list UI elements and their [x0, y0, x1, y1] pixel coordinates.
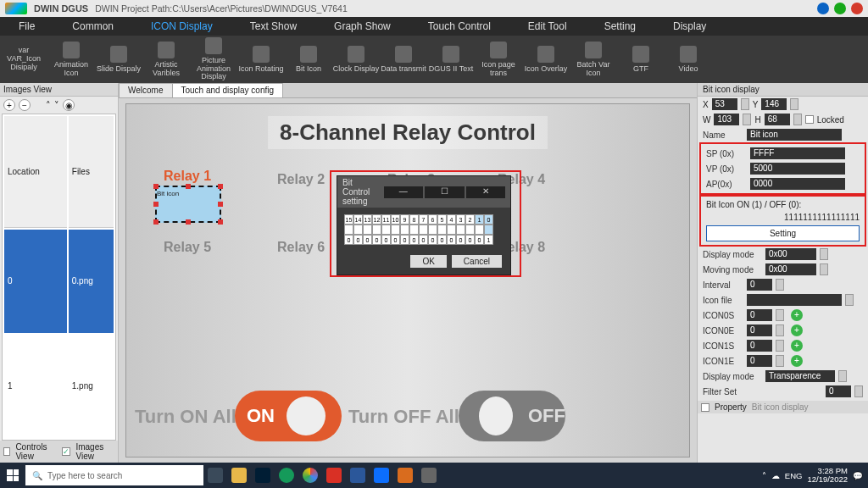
ribbon-icon-page-trans[interactable]: Icon page trans — [475, 36, 522, 83]
ap-input[interactable]: 0000 — [750, 178, 845, 190]
bit-toggle[interactable] — [363, 225, 372, 235]
icon1e-input[interactable]: 0 — [747, 355, 772, 367]
bit-toggle[interactable] — [456, 225, 465, 235]
bit-toggle[interactable] — [419, 225, 428, 235]
selected-element[interactable]: Bit icon — [155, 186, 221, 223]
down-icon[interactable]: ˅ — [54, 100, 59, 111]
dropdown-icon[interactable] — [820, 248, 828, 260]
stepper[interactable] — [776, 324, 784, 336]
stepper[interactable] — [854, 385, 863, 397]
bit-toggle[interactable] — [353, 225, 363, 235]
stepper[interactable] — [776, 340, 784, 352]
icon0s-input[interactable]: 0 — [747, 309, 772, 321]
task-view-icon[interactable] — [204, 465, 226, 485]
sp-input[interactable]: FFFF — [750, 147, 845, 159]
ribbon-icon-rotating[interactable]: Icon Rotating — [237, 36, 285, 83]
ok-button[interactable]: OK — [410, 255, 446, 268]
icon1s-input[interactable]: 0 — [747, 340, 772, 352]
ribbon-icon-overlay[interactable]: Icon Overlay — [522, 36, 570, 83]
notification-icon[interactable]: 💬 — [853, 471, 863, 480]
design-canvas[interactable]: 8-Channel Relay Control Relay 1 Relay 2 … — [125, 103, 690, 458]
ribbon-animation-icon[interactable]: Animation Icon — [47, 36, 95, 83]
word-icon[interactable] — [347, 465, 369, 485]
menu-file[interactable]: File — [0, 20, 53, 32]
mail-icon[interactable] — [323, 465, 345, 485]
ribbon-video[interactable]: Video — [665, 36, 712, 83]
cancel-button[interactable]: Cancel — [452, 255, 502, 268]
menu-touch-control[interactable]: Touch Control — [409, 20, 509, 32]
menu-icon-display[interactable]: ICON Display — [132, 20, 231, 32]
minimize-icon[interactable]: — — [384, 186, 424, 198]
bit-toggle[interactable] — [475, 225, 484, 235]
bit-toggle[interactable] — [344, 225, 353, 235]
max-button[interactable] — [834, 3, 846, 14]
property-tab-check[interactable] — [701, 403, 709, 412]
stepper[interactable] — [776, 279, 784, 291]
bit-toggle[interactable] — [465, 225, 475, 235]
ribbon-data-transmit[interactable]: Data transmit — [380, 36, 427, 83]
explorer-icon[interactable] — [228, 465, 250, 485]
stepper[interactable] — [793, 114, 802, 125]
start-button[interactable] — [0, 463, 25, 488]
dropdown-icon[interactable] — [820, 263, 828, 275]
bit-toggle[interactable] — [484, 225, 493, 235]
dwin-icon[interactable] — [418, 465, 440, 485]
stepper[interactable] — [743, 114, 751, 125]
icon0e-input[interactable]: 0 — [747, 324, 772, 336]
menu-text-show[interactable]: Text Show — [231, 20, 315, 32]
bit-toggle[interactable] — [447, 225, 456, 235]
tray-lang[interactable]: ENG — [785, 471, 803, 480]
close-icon[interactable]: ✕ — [466, 186, 506, 198]
maximize-icon[interactable]: ☐ — [425, 186, 465, 198]
ribbon-slide-dispaly[interactable]: Slide Dispaly — [95, 36, 142, 83]
ribbon-clock-display[interactable]: Clock Display — [332, 36, 380, 83]
chrome-icon[interactable] — [299, 465, 321, 485]
tray-up-icon[interactable]: ˄ — [762, 471, 766, 480]
add-image-button[interactable]: + — [3, 99, 15, 111]
interval-input[interactable]: 0 — [747, 279, 772, 291]
display-mode-input[interactable]: 0x00 — [765, 248, 816, 260]
dropdown-icon[interactable] — [845, 294, 854, 306]
bit-control-dialog[interactable]: Bit Control setting — ☐ ✕ 15141312111098… — [337, 175, 511, 275]
ribbon-batch-var-icon[interactable]: Batch Var Icon — [570, 36, 617, 83]
ribbon-var_icon-disipaly[interactable]: varVAR_Icon Disipaly — [0, 36, 47, 83]
add-icon[interactable]: + — [791, 340, 803, 352]
bit-toggle[interactable] — [400, 225, 409, 235]
stepper[interactable] — [741, 98, 749, 110]
bit-icon-tab[interactable]: Bit icon display — [752, 402, 809, 412]
tab-welcome[interactable]: Welcome — [119, 83, 173, 97]
ribbon-picture-animation-display[interactable]: Picture Animation Display — [190, 36, 237, 83]
bit-toggle[interactable] — [409, 225, 419, 235]
ribbon-dgus-ii-text[interactable]: DGUS II Text — [427, 36, 475, 83]
setting-button[interactable]: Setting — [706, 225, 860, 241]
x-input[interactable]: 53 — [712, 98, 737, 110]
ribbon-artistic-varibles[interactable]: Artistic Varibles — [142, 36, 190, 83]
add-icon[interactable]: + — [791, 355, 803, 367]
w-input[interactable]: 103 — [714, 114, 739, 125]
store-icon[interactable] — [370, 465, 392, 485]
controls-view-check[interactable] — [3, 447, 10, 456]
stepper[interactable] — [790, 98, 798, 110]
menu-display[interactable]: Display — [654, 20, 725, 32]
taskbar-clock[interactable]: 3:28 PM 12/19/2022 — [807, 467, 848, 485]
menu-edit-tool[interactable]: Edit Tool — [509, 20, 586, 32]
bit-toggle[interactable] — [372, 225, 381, 235]
remove-image-button[interactable]: − — [19, 99, 31, 111]
eye-icon[interactable]: ◉ — [63, 99, 75, 111]
bit-toggle[interactable] — [391, 225, 400, 235]
min-button[interactable] — [817, 3, 829, 14]
close-button[interactable] — [851, 3, 863, 14]
images-view-check[interactable] — [62, 447, 70, 456]
h-input[interactable]: 68 — [765, 114, 790, 125]
image-list[interactable]: LocationFiles 00.png 11.png — [2, 114, 116, 441]
ribbon-gtf[interactable]: GTF — [617, 36, 665, 83]
app-icon[interactable] — [394, 465, 416, 485]
up-icon[interactable]: ˄ — [46, 100, 51, 111]
menu-setting[interactable]: Setting — [586, 20, 654, 32]
photoshop-icon[interactable] — [252, 465, 274, 485]
add-icon[interactable]: + — [791, 324, 803, 336]
tab-touch-config[interactable]: Touch and display config — [172, 83, 284, 97]
bit-toggle[interactable] — [437, 225, 447, 235]
tray-cloud-icon[interactable]: ☁ — [771, 471, 780, 480]
vp-input[interactable]: 5000 — [750, 163, 845, 175]
